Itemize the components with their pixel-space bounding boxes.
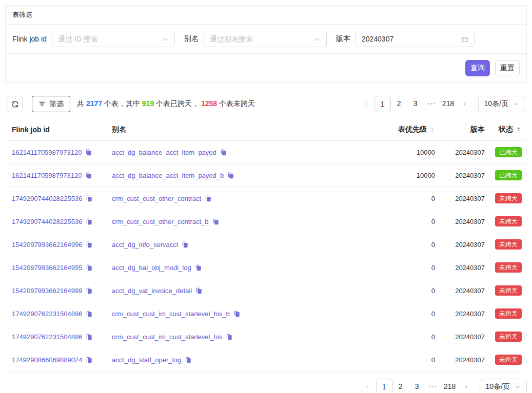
table-body: 1621411705987973120 acct_dg_balance_acct… <box>5 141 527 371</box>
copy-icon[interactable] <box>212 218 219 225</box>
pagination-next[interactable]: › <box>457 96 473 112</box>
pagination-page-3[interactable]: 3 <box>409 379 425 393</box>
alias-link[interactable]: acct_dg_staff_oper_log <box>112 356 181 364</box>
alias-cell: crm_cust_cust_im_cust_starlevel_his <box>112 333 358 341</box>
job-id-cell: 1621411705987973120 <box>12 172 112 179</box>
version-field: 版本 <box>336 31 475 47</box>
job-id-link[interactable]: 1621411705987973120 <box>12 172 82 179</box>
alias-link[interactable]: crm_cust_cust_im_cust_starlevel_his_b <box>112 310 230 318</box>
search-button[interactable]: 查询 <box>465 60 490 76</box>
copy-icon[interactable] <box>85 149 92 156</box>
filter-actions: 查询 重置 <box>6 53 526 82</box>
job-id-search-input[interactable] <box>58 35 158 43</box>
funnel-filter-icon[interactable] <box>516 127 522 133</box>
pagination-page-3[interactable]: 3 <box>407 96 424 112</box>
header-priority[interactable]: 表优先级 <box>358 125 435 134</box>
copy-icon[interactable] <box>220 149 227 156</box>
alias-search-input[interactable] <box>210 35 310 43</box>
job-id-cell: 1542097993662164995 <box>12 264 112 272</box>
version-cell: 20240307 <box>435 287 485 295</box>
copy-icon[interactable] <box>86 241 92 248</box>
alias-select[interactable] <box>204 31 327 47</box>
alias-link[interactable]: acct_dg_bal_obj_modi_log <box>112 264 191 272</box>
copy-icon[interactable] <box>86 195 92 202</box>
job-id-link[interactable]: 1749290744028225536 <box>12 195 82 202</box>
job-id-link[interactable]: 1749290866069889024 <box>12 356 82 364</box>
priority-cell: 0 <box>358 287 435 295</box>
job-id-select[interactable] <box>52 31 175 47</box>
copy-icon[interactable] <box>195 287 202 294</box>
version-cell: 20240307 <box>435 333 485 341</box>
job-id-link[interactable]: 1542097993662164999 <box>12 287 82 295</box>
status-badge: 未跨天 <box>495 239 522 250</box>
copy-icon[interactable] <box>227 172 234 179</box>
alias-link[interactable]: acct_dg_vat_invoice_detail <box>112 287 192 295</box>
copy-icon[interactable] <box>86 357 92 363</box>
job-id-link[interactable]: 1542097993662164996 <box>12 241 82 249</box>
pagination-prev[interactable]: ‹ <box>360 379 376 393</box>
job-id-link[interactable]: 1749290762231504896 <box>12 310 82 318</box>
copy-icon[interactable] <box>86 334 92 340</box>
alias-link[interactable]: crm_cust_cust_im_cust_starlevel_his <box>112 333 222 341</box>
table-row: 1621411705987973120 acct_dg_balance_acct… <box>5 164 527 187</box>
pagination-next[interactable]: › <box>458 379 475 393</box>
filter-button[interactable]: 筛选 <box>32 96 70 112</box>
version-date-picker[interactable] <box>356 31 475 47</box>
copy-icon[interactable] <box>185 357 191 363</box>
pagination-page-2[interactable]: 2 <box>392 379 409 393</box>
copy-icon[interactable] <box>86 218 92 225</box>
header-status[interactable]: 状态 <box>485 125 522 134</box>
status-cell: 未跨天 <box>485 193 522 203</box>
job-id-link[interactable]: 1749290744028225536 <box>12 218 82 225</box>
pagination-page-2[interactable]: 2 <box>391 96 407 112</box>
pagination-prev[interactable]: ‹ <box>358 96 375 112</box>
page-size-value: 10条/页 <box>484 99 508 109</box>
table-toolbar: 筛选 共 2177 个表，其中 919 个表已跨天， 1258 个表未跨天 ‹ … <box>5 96 527 112</box>
copy-icon[interactable] <box>226 334 232 340</box>
alias-link[interactable]: acct_dg_info_servacct <box>112 241 178 249</box>
job-id-link[interactable]: 1749290762231504896 <box>12 333 82 341</box>
reset-button[interactable]: 重置 <box>495 60 520 76</box>
copy-icon[interactable] <box>86 264 92 271</box>
copy-icon[interactable] <box>182 241 188 248</box>
pagination-ellipsis[interactable]: ••• <box>424 96 440 112</box>
alias-link[interactable]: crm_cust_cust_other_contract_b <box>112 218 209 225</box>
copy-icon[interactable] <box>195 264 202 271</box>
version-cell: 20240307 <box>435 264 485 272</box>
status-badge: 未跨天 <box>495 308 522 319</box>
summary-part: 个表已跨天， <box>154 99 201 108</box>
summary-part: 共 <box>77 99 86 108</box>
pagination-page-last[interactable]: 218 <box>442 379 458 393</box>
pagination-page-1[interactable]: 1 <box>375 96 391 112</box>
status-cell: 已跨天 <box>485 170 522 180</box>
alias-label: 别名 <box>184 34 199 44</box>
filter-lines-icon <box>38 100 46 108</box>
pagination-page-last[interactable]: 218 <box>440 96 457 112</box>
page-size-select[interactable]: 10条/页 <box>478 96 525 112</box>
version-date-input[interactable] <box>362 35 458 43</box>
page-size-select[interactable]: 10条/页 <box>480 379 527 393</box>
alias-link[interactable]: acct_dg_balance_acct_item_payed_b <box>112 172 224 179</box>
alias-link[interactable]: acct_dg_balance_acct_item_payed <box>112 149 216 156</box>
status-cell: 未跨天 <box>485 285 522 296</box>
copy-icon[interactable] <box>205 195 211 202</box>
status-badge: 未跨天 <box>495 285 522 296</box>
table-row: 1542097993662164995 acct_dg_bal_obj_modi… <box>5 256 527 279</box>
copy-icon[interactable] <box>86 311 92 317</box>
job-id-link[interactable]: 1621411705987973120 <box>12 149 82 156</box>
pagination-ellipsis[interactable]: ••• <box>425 379 442 393</box>
alias-link[interactable]: crm_cust_cust_other_contract <box>112 195 201 202</box>
version-cell: 20240307 <box>435 218 485 225</box>
pagination-page-1[interactable]: 1 <box>376 379 392 393</box>
alias-field: 别名 <box>184 31 327 47</box>
status-badge: 未跨天 <box>495 262 522 273</box>
job-id-link[interactable]: 1542097993662164995 <box>12 264 82 272</box>
sort-icon[interactable] <box>429 126 435 133</box>
copy-icon[interactable] <box>85 172 92 179</box>
header-alias: 别名 <box>112 125 358 134</box>
summary-total-count: 2177 <box>86 99 102 108</box>
refresh-button[interactable] <box>7 96 23 112</box>
copy-icon[interactable] <box>233 311 240 317</box>
copy-icon[interactable] <box>86 287 92 294</box>
status-badge: 已跨天 <box>495 170 522 180</box>
